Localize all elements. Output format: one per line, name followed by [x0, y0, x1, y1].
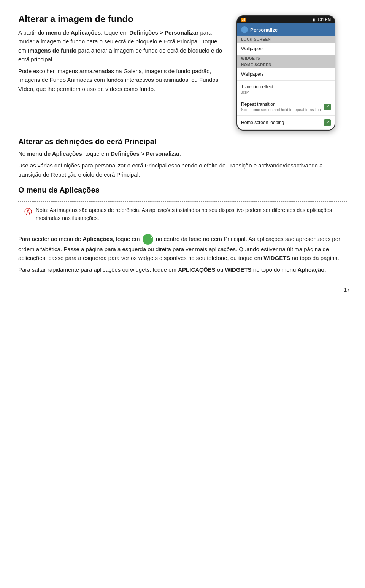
apps-bold-apps: Aplicações: [83, 236, 113, 242]
phone-item-transition-text: Transition effect Jelly: [241, 84, 331, 94]
section3-title: O menu de Aplicações: [18, 186, 347, 194]
bold-personalizar: Personalizar: [165, 29, 198, 36]
section2-p1: No menu de Aplicações, toque em Definiçõ…: [18, 149, 347, 158]
phone-item-wallpapers-1: Wallpapers: [237, 43, 335, 55]
phone-section-widgets: WIDGETS: [237, 55, 335, 62]
apps-para-1: Para aceder ao menu de Aplicações, toque…: [18, 234, 347, 263]
phone-item-repeat-sub: Slide home screen and hold to repeat tra…: [241, 108, 324, 112]
section2-p2: Use as várias definições para personaliz…: [18, 161, 347, 179]
phone-check-loop: ✓: [324, 119, 331, 126]
phone-item-wallpapers-2: Wallpapers: [237, 68, 335, 81]
phone-mockup-wrapper: 📶 ▮ 3:31 PM Personalize LOCK SCREEN Wall…: [236, 15, 347, 131]
phone-item-repeat-label: Repeat transition: [241, 102, 324, 107]
note-text: Nota: As imagens são apenas de referênci…: [36, 207, 332, 221]
apps-bold-menu: Aplicação: [298, 266, 325, 273]
bold-imagens: Imagens de fundo: [28, 47, 76, 54]
phone-status-right: ▮ 3:31 PM: [313, 18, 331, 22]
phone-header-title: Personalize: [250, 27, 278, 33]
main-title: Alterar a imagem de fundo: [18, 14, 226, 24]
apps-bold-apps2: APLICAÇÕES: [178, 266, 215, 273]
apps-menu-icon: [143, 234, 153, 245]
phone-section-lock: LOCK SCREEN: [237, 36, 335, 43]
phone-header-icon: [241, 26, 248, 33]
phone-item-transition-sub: Jelly: [241, 90, 331, 94]
bold-menu: menu de Aplicações: [46, 29, 101, 36]
phone-status-bar: 📶 ▮ 3:31 PM: [237, 16, 335, 23]
phone-status-left: 📶: [241, 18, 246, 22]
intro-paragraph-1: A partir do menu de Aplicações, toque em…: [18, 28, 226, 64]
phone-item-wallpapers-2-text: Wallpapers: [241, 72, 331, 77]
apps-bold-widgets: WIDGETS: [263, 255, 290, 261]
text-block: Alterar a imagem de fundo A partir do me…: [18, 14, 226, 96]
phone-check-repeat: ✓: [324, 104, 331, 110]
phone-item-wallpapers-1-text: Wallpapers: [241, 46, 331, 51]
note-icon: Ⓐ: [24, 207, 32, 217]
battery-icon: ▮: [313, 18, 315, 22]
section3-block: O menu de Aplicações Ⓐ Nota: As imagens …: [18, 186, 347, 274]
status-time: 3:31 PM: [317, 18, 331, 22]
apps-para-2: Para saltar rapidamente para aplicações …: [18, 265, 347, 274]
phone-item-repeat-text: Repeat transition Slide home screen and …: [241, 102, 324, 112]
phone-item-home-looping: Home screen looping ✓: [237, 116, 335, 130]
phone-app-header: Personalize: [237, 23, 335, 36]
phone-item-repeat-transition: Repeat transition Slide home screen and …: [237, 98, 335, 116]
phone-item-loop-label: Home screen looping: [241, 120, 324, 125]
intro-paragraph-2: Pode escolher imagens armazenadas na Gal…: [18, 67, 226, 93]
section2-block: Alterar as definições do ecrã Principal …: [18, 137, 347, 179]
phone-section-home: HOME SCREEN: [237, 62, 335, 68]
page-number: 17: [344, 287, 350, 293]
section2-bold2: Definições > Personalizar: [111, 150, 180, 157]
phone-item-transition-label: Transition effect: [241, 84, 331, 89]
wifi-icon: 📶: [241, 18, 246, 22]
section2-bold1: menu de Aplicações: [27, 150, 82, 157]
note-box: Ⓐ Nota: As imagens são apenas de referên…: [18, 201, 347, 227]
page-content: Alterar a imagem de fundo A partir do me…: [0, 0, 365, 300]
phone-mockup: 📶 ▮ 3:31 PM Personalize LOCK SCREEN Wall…: [236, 15, 335, 131]
bold-def: Definições >: [129, 29, 163, 36]
section2-title: Alterar as definições do ecrã Principal: [18, 137, 347, 146]
phone-item-transition-effect: Transition effect Jelly: [237, 81, 335, 98]
note-text-content: Nota: As imagens são apenas de referênci…: [36, 206, 341, 222]
apps-bold-widgets2: WIDGETS: [225, 266, 252, 273]
main-layout: Alterar a imagem de fundo A partir do me…: [18, 14, 347, 131]
